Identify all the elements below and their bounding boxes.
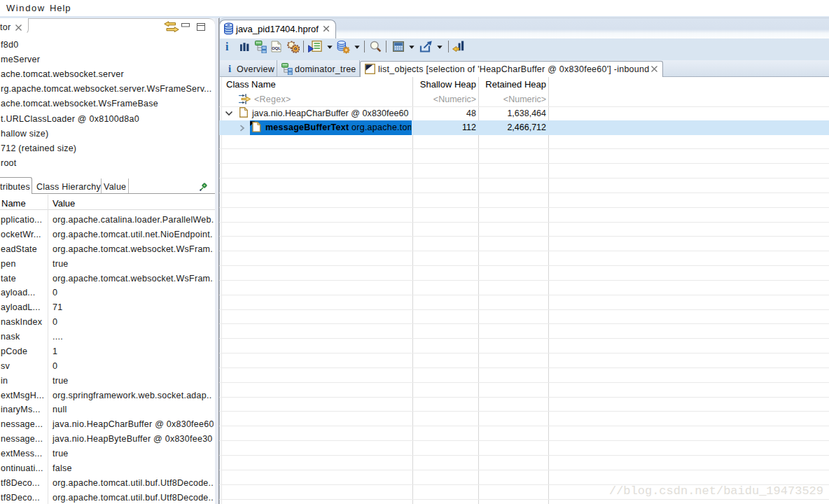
svg-text:OQL: OQL [272,46,281,50]
